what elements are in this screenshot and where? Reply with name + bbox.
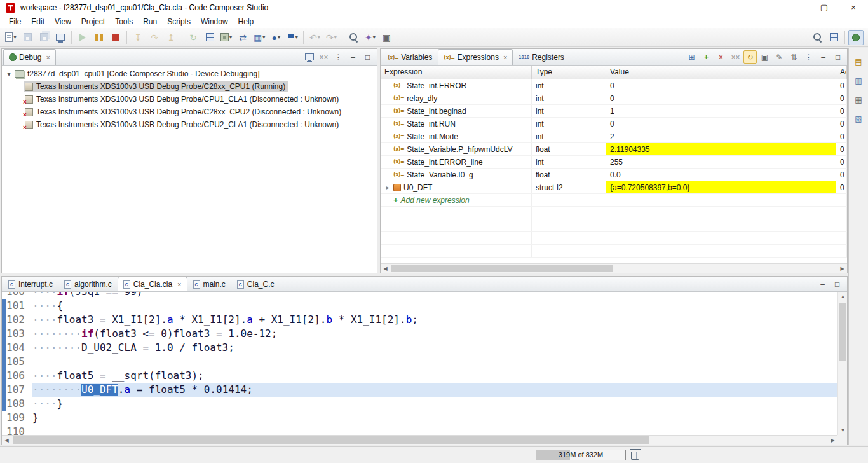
flag-button[interactable]: ▾ (285, 30, 300, 45)
debug-core-row[interactable]: Texas Instruments XDS100v3 USB Debug Pro… (2, 80, 377, 93)
menu-run[interactable]: Run (138, 16, 162, 27)
code-editor[interactable]: 100····if(J5q1 == 99)101····{102····floa… (2, 292, 847, 445)
debug-core-row[interactable]: ×Texas Instruments XDS100v3 USB Debug Pr… (2, 106, 377, 118)
open-perspective-button[interactable] (826, 30, 841, 45)
terminate-button[interactable] (108, 30, 123, 45)
expression-row[interactable]: (x)=State_int.ERRORint00 (381, 79, 847, 92)
minimize-button[interactable]: – (816, 277, 829, 291)
line-number[interactable]: 103 (6, 327, 32, 341)
expression-row[interactable]: (x)=State_Variable.I0_gfloat0.00 (381, 169, 847, 181)
step-into-button[interactable]: ↧ (130, 30, 146, 45)
close-icon[interactable]: × (46, 53, 50, 61)
step-return-button[interactable]: ↥ (163, 30, 179, 45)
code-line[interactable]: 104········D_U02_CLA = 1.0 / float3; (2, 341, 837, 355)
expression-row[interactable]: (x)=State_int.RUNint00 (381, 118, 847, 130)
remove-all-button[interactable]: ×× (729, 50, 742, 64)
debug-core-row[interactable]: ×Texas Instruments XDS100v3 USB Debug Pr… (2, 93, 377, 106)
minimize-button[interactable]: – (346, 50, 360, 64)
code-line[interactable]: 107········U0_DFT.a = float5 * 0.01414; (2, 383, 837, 397)
save-button[interactable] (20, 30, 35, 45)
editor-vscrollbar[interactable]: ▲ ▼ (837, 292, 847, 435)
menu-view[interactable]: View (50, 16, 76, 27)
menu-edit[interactable]: Edit (26, 16, 50, 27)
expander-icon[interactable]: ▸ (384, 184, 391, 191)
editor-tab-interrupt-c[interactable]: cInterrupt.c (3, 277, 58, 291)
import-export-button[interactable]: ⇅ (787, 50, 801, 64)
code-line[interactable]: 108····} (2, 397, 837, 411)
scroll-right-icon[interactable]: ▶ (837, 264, 847, 273)
close-icon[interactable]: × (177, 280, 181, 288)
line-number[interactable]: 109 (6, 411, 32, 425)
expression-row[interactable]: (x)=relay_dlyint00 (381, 92, 847, 105)
line-number[interactable]: 101 (6, 299, 32, 313)
column-header-type[interactable]: Type (532, 66, 606, 79)
scroll-track[interactable] (11, 436, 828, 445)
editor-hscrollbar[interactable]: ◀ ▶ (2, 435, 837, 445)
redo-button[interactable]: ↷▾ (323, 30, 339, 45)
debug-session-row[interactable]: ▾f28377d_dsp01_cpu01 [Code Composer Stud… (2, 67, 377, 80)
minimized-view-3-button[interactable]: ▦ (852, 93, 865, 106)
minimize-button[interactable]: – (817, 50, 830, 64)
view-menu-button[interactable]: ⋮ (332, 50, 345, 64)
code-line[interactable]: 105 (2, 355, 837, 369)
line-number[interactable]: 108 (6, 397, 32, 411)
add-expression-row[interactable]: +Add new expression (381, 194, 847, 207)
editor-tab-main-c[interactable]: cmain.c (187, 277, 231, 291)
maximize-button[interactable]: □ (831, 277, 844, 291)
new-view-button[interactable]: ▣ (758, 50, 771, 64)
connect-target-button[interactable]: ▾ (219, 30, 234, 45)
tab-registers[interactable]: 1010Registers (513, 49, 570, 65)
new-button[interactable]: ▾ (3, 30, 18, 45)
maximize-button[interactable]: □ (361, 50, 374, 64)
trace-button[interactable] (346, 30, 361, 45)
expression-row[interactable]: ▸U0_DFTstruct I2{a=0.720508397,b=0.0}0 (381, 181, 847, 194)
minimized-view-4-button[interactable]: ▧ (852, 112, 865, 125)
pin-console-button[interactable] (302, 50, 316, 64)
expressions-hscrollbar[interactable]: ◀ ▶ (381, 263, 847, 273)
scroll-right-icon[interactable]: ▶ (828, 436, 837, 445)
scroll-thumb[interactable] (391, 265, 613, 272)
expression-row[interactable]: (x)=State_int.Modeint20 (381, 130, 847, 143)
scroll-thumb[interactable] (839, 303, 846, 361)
expander-icon[interactable]: ▾ (4, 71, 13, 78)
code-line[interactable]: 102····float3 = X1_I1[2].a * X1_I1[2].a … (2, 313, 837, 327)
line-number[interactable]: 105 (6, 355, 32, 369)
search-button[interactable] (810, 30, 825, 45)
column-header-expression[interactable]: Expression (381, 66, 532, 79)
editor-tab-algorithm-c[interactable]: calgorithm.c (58, 277, 118, 291)
suspend-button[interactable] (92, 30, 107, 45)
column-header-address[interactable]: Address (836, 66, 847, 79)
menu-file[interactable]: File (4, 16, 26, 27)
menu-tools[interactable]: Tools (110, 16, 138, 27)
add-expression-button[interactable]: + (700, 50, 713, 64)
garbage-collect-button[interactable] (631, 452, 639, 460)
scroll-down-icon[interactable]: ▼ (838, 425, 847, 435)
line-number[interactable]: 100 (6, 292, 32, 299)
refresh-target-button[interactable]: ⇄ (235, 30, 250, 45)
code-line[interactable]: 100····if(J5q1 == 99) (2, 292, 837, 299)
close-icon[interactable]: × (503, 53, 507, 61)
scroll-thumb[interactable] (13, 436, 649, 444)
code-line[interactable]: 106····float5 = __sqrt(float3); (2, 369, 837, 383)
line-number[interactable]: 110 (6, 425, 32, 435)
refresh-button[interactable]: ↻ (743, 50, 757, 64)
resume-button[interactable] (75, 30, 90, 45)
view-menu-button[interactable]: ⋮ (802, 50, 815, 64)
menu-window[interactable]: Window (196, 16, 233, 27)
save-all-button[interactable] (36, 30, 51, 45)
minimized-view-1-button[interactable]: ▤ (852, 55, 865, 68)
tab-debug[interactable]: Debug × (3, 49, 56, 65)
debug-core-row[interactable]: ×Texas Instruments XDS100v3 USB Debug Pr… (2, 118, 377, 131)
restart-button[interactable]: ↻ (186, 30, 201, 45)
menu-help[interactable]: Help (233, 16, 259, 27)
scroll-up-icon[interactable]: ▲ (838, 292, 847, 301)
undo-button[interactable]: ↶▾ (307, 30, 322, 45)
code-line[interactable]: 110 (2, 425, 837, 435)
menu-scripts[interactable]: Scripts (162, 16, 196, 27)
window-minimize-button[interactable]: – (780, 0, 810, 15)
line-number[interactable]: 104 (6, 341, 32, 355)
pin-button[interactable]: ✦▾ (362, 30, 377, 45)
window-restore-button[interactable]: ▢ (810, 0, 839, 15)
code-lines[interactable]: 100····if(J5q1 == 99)101····{102····floa… (2, 292, 837, 435)
editor-tab-cla_c-c[interactable]: cCla_C.c (231, 277, 280, 291)
